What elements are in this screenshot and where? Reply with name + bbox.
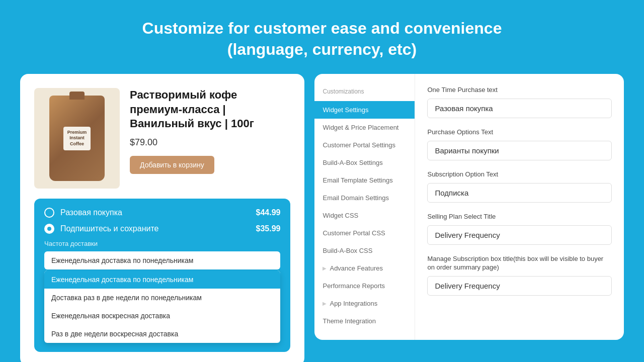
- coffee-bag: Premium Instant Coffee: [49, 96, 105, 181]
- frequency-label: Частота доставки: [44, 240, 280, 247]
- selling-plan-input[interactable]: [427, 225, 612, 245]
- dropdown-item-2[interactable]: Еженедельная воскресная доставка: [44, 307, 280, 325]
- manage-subscription-label: Manage Subscription box title(this box w…: [427, 255, 612, 272]
- sidebar-item-customer-portal[interactable]: Customer Portal Settings: [314, 136, 415, 154]
- sidebar-item-widget-css[interactable]: Widget CSS: [314, 207, 415, 224]
- field-manage-subscription: Manage Subscription box title(this box w…: [427, 255, 612, 296]
- coffee-bag-label: Premium Instant Coffee: [63, 127, 91, 150]
- sidebar-item-build-a-box[interactable]: Build-A-Box Settings: [314, 154, 415, 171]
- sidebar-item-advance-features[interactable]: ▶ Advance Features: [314, 259, 415, 277]
- purchase-options-input[interactable]: [427, 141, 612, 160]
- sidebar-item-email-domain[interactable]: Email Domain Settings: [314, 189, 415, 207]
- one-time-radio[interactable]: [44, 208, 54, 218]
- one-time-purchase-input[interactable]: [427, 99, 612, 118]
- subscribe-label: Подпишитесь и сохраните: [60, 224, 256, 233]
- product-info: Растворимый кофе премиум-класса | Ваниль…: [130, 88, 290, 174]
- left-card: Premium Instant Coffee Растворимый кофе …: [20, 74, 304, 362]
- purchase-options-label: Purchase Options Text: [427, 128, 612, 137]
- field-subscription-option: Subscription Option Text: [427, 170, 612, 203]
- cards-container: Premium Instant Coffee Растворимый кофе …: [20, 74, 624, 362]
- purchase-options: Разовая покупка $44.99 Подпишитесь и сох…: [34, 199, 290, 352]
- customizations-label: Customizations: [314, 84, 415, 101]
- subscribe-radio[interactable]: [44, 224, 54, 234]
- dropdown-item-1[interactable]: Доставка раз в две недели по понедельник…: [44, 289, 280, 307]
- header-line2: (language, currency, etc): [227, 40, 417, 58]
- settings-panel: One Time Purchase text Purchase Options …: [415, 74, 624, 340]
- dropdown-item-3[interactable]: Раз в две недели воскресная доставка: [44, 325, 280, 343]
- field-selling-plan: Selling Plan Select Title: [427, 213, 612, 245]
- subscription-option-input[interactable]: [427, 183, 612, 203]
- frequency-dropdown: Еженедельная доставка по понедельникам Д…: [44, 270, 280, 343]
- sidebar-item-build-a-box-css[interactable]: Build-A-Box CSS: [314, 242, 415, 259]
- frequency-section: Частота доставки Еженедельная доставка п…: [44, 240, 280, 343]
- one-time-price: $44.99: [256, 208, 281, 217]
- product-name: Растворимый кофе премиум-класса | Ваниль…: [130, 88, 290, 131]
- sidebar-item-customer-portal-css[interactable]: Customer Portal CSS: [314, 224, 415, 242]
- subscribe-option[interactable]: Подпишитесь и сохраните $35.99: [44, 224, 280, 234]
- one-time-purchase-label: One Time Purchase text: [427, 86, 612, 95]
- dropdown-item-0[interactable]: Еженедельная доставка по понедельникам: [44, 270, 280, 289]
- add-to-cart-button[interactable]: Добавить в корзину: [130, 156, 214, 174]
- product-image: Premium Instant Coffee: [34, 88, 120, 189]
- product-section: Premium Instant Coffee Растворимый кофе …: [34, 88, 290, 189]
- sidebar-item-theme[interactable]: Theme Integration: [314, 312, 415, 330]
- right-card: Customizations Widget Settings Widget & …: [314, 74, 624, 340]
- page-header: Customize for customer ease and convenie…: [132, 0, 512, 74]
- product-price: $79.00: [130, 137, 290, 148]
- app-integrations-arrow: ▶: [323, 301, 327, 306]
- one-time-label: Разовая покупка: [60, 208, 256, 217]
- manage-subscription-input[interactable]: [427, 276, 612, 296]
- frequency-select[interactable]: Еженедельная доставка по понедельникам: [44, 251, 280, 269]
- sidebar-item-widget-price[interactable]: Widget & Price Placement: [314, 119, 415, 136]
- sidebar-item-email-template[interactable]: Email Template Settings: [314, 171, 415, 189]
- field-purchase-options: Purchase Options Text: [427, 128, 612, 160]
- subscription-option-label: Subscription Option Text: [427, 170, 612, 179]
- sidebar-item-app-integrations[interactable]: ▶ App Integrations: [314, 295, 415, 312]
- settings-sidebar: Customizations Widget Settings Widget & …: [314, 74, 415, 340]
- one-time-option[interactable]: Разовая покупка $44.99: [44, 208, 280, 218]
- sidebar-item-performance[interactable]: Performance Reports: [314, 277, 415, 295]
- selling-plan-label: Selling Plan Select Title: [427, 213, 612, 221]
- header-line1: Customize for customer ease and convenie…: [142, 19, 502, 37]
- field-one-time-purchase: One Time Purchase text: [427, 86, 612, 118]
- sidebar-item-widget-settings[interactable]: Widget Settings: [314, 101, 415, 119]
- subscribe-price: $35.99: [256, 224, 281, 233]
- advance-features-arrow: ▶: [323, 265, 327, 271]
